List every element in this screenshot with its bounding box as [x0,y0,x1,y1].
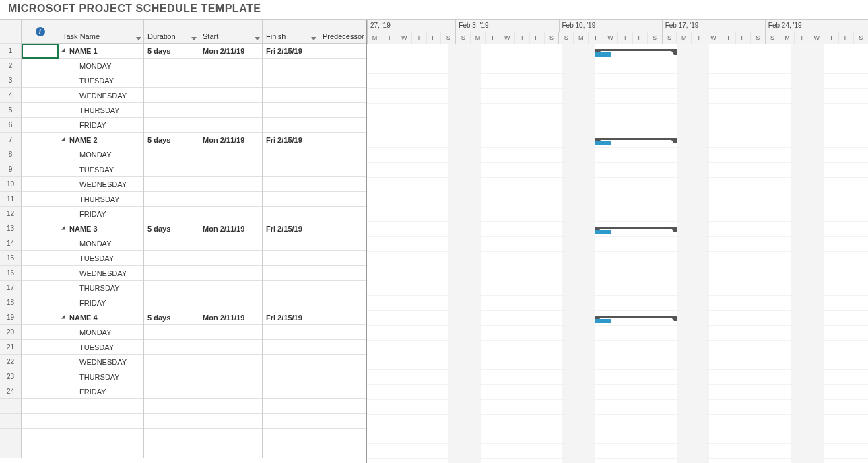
predecessor-cell[interactable] [319,192,366,207]
predecessor-cell[interactable] [319,429,366,443]
gantt-row[interactable] [367,252,868,266]
indicator-cell[interactable] [22,59,59,73]
row-number[interactable]: 2 [0,59,21,73]
column-header-duration[interactable]: Duration [144,20,199,44]
indicator-cell[interactable] [22,429,59,443]
finish-cell[interactable] [263,88,319,103]
finish-cell[interactable] [263,177,319,192]
row-number[interactable] [0,399,21,414]
predecessor-cell[interactable] [319,236,366,251]
start-cell[interactable] [199,251,262,266]
start-cell[interactable] [199,103,262,118]
finish-cell[interactable] [263,340,319,355]
duration-cell[interactable]: 5 days [144,44,199,59]
gantt-row[interactable] [367,415,868,429]
gantt-row[interactable] [367,311,868,326]
collapse-icon[interactable] [61,315,67,320]
predecessor-cell[interactable] [319,355,366,369]
finish-cell[interactable] [263,236,319,251]
indicator-cell[interactable] [22,295,59,310]
row-number[interactable]: 1 [0,44,21,59]
gantt-chart-body[interactable] [367,44,868,463]
gantt-row[interactable] [367,104,868,118]
start-cell[interactable] [199,236,262,251]
start-cell[interactable] [199,162,262,177]
gantt-row[interactable] [367,341,868,355]
duration-cell[interactable] [144,340,199,355]
task-cell[interactable] [59,443,143,458]
duration-cell[interactable] [144,355,199,369]
task-cell[interactable]: FRIDAY [59,207,143,221]
task-cell[interactable] [59,399,143,414]
row-number[interactable]: 22 [0,355,21,369]
predecessor-cell[interactable] [319,177,366,192]
duration-cell[interactable] [144,59,199,73]
indicator-cell[interactable] [22,162,59,177]
duration-cell[interactable] [144,103,199,118]
finish-cell[interactable] [263,429,319,443]
chevron-down-icon[interactable] [311,37,316,40]
chevron-down-icon[interactable] [191,37,197,40]
row-number[interactable]: 16 [0,266,21,281]
finish-cell[interactable] [263,369,319,384]
finish-cell[interactable] [263,399,319,414]
gantt-row[interactable] [367,429,868,444]
predecessor-cell[interactable] [319,266,366,281]
gantt-row[interactable] [367,296,868,311]
predecessor-cell[interactable] [319,88,366,103]
row-number[interactable]: 17 [0,281,21,295]
finish-cell[interactable]: Fri 2/15/19 [263,310,319,325]
duration-cell[interactable] [144,399,199,414]
indicator-cell[interactable] [22,207,59,221]
predecessor-cell[interactable] [319,221,366,236]
row-number[interactable]: 3 [0,73,21,88]
indicator-cell[interactable] [22,443,59,458]
duration-cell[interactable]: 5 days [144,221,199,236]
column-header-task[interactable]: Task Name [59,20,143,44]
finish-cell[interactable] [263,384,319,399]
gantt-row[interactable] [367,222,868,237]
start-cell[interactable] [199,177,262,192]
chevron-down-icon[interactable] [136,37,141,40]
duration-cell[interactable] [144,295,199,310]
gantt-row[interactable] [367,400,868,415]
progress-bar[interactable] [595,230,611,234]
finish-cell[interactable] [263,162,319,177]
predecessor-cell[interactable] [319,384,366,399]
predecessor-cell[interactable] [319,162,366,177]
gantt-row[interactable] [367,89,868,104]
gantt-row[interactable] [367,326,868,341]
predecessor-cell[interactable] [319,340,366,355]
start-cell[interactable]: Mon 2/11/19 [199,310,262,325]
gantt-row[interactable] [367,355,868,370]
row-number[interactable]: 11 [0,192,21,207]
predecessor-cell[interactable] [319,295,366,310]
indicator-cell[interactable] [22,369,59,384]
task-cell[interactable]: NAME 3 [59,221,143,236]
start-cell[interactable] [199,73,262,88]
row-number[interactable]: 6 [0,118,21,133]
start-cell[interactable] [199,266,262,281]
finish-cell[interactable] [263,295,319,310]
row-number[interactable]: 9 [0,162,21,177]
row-number[interactable]: 7 [0,133,21,147]
start-cell[interactable] [199,88,262,103]
predecessor-cell[interactable] [319,281,366,295]
duration-cell[interactable] [144,266,199,281]
start-cell[interactable] [199,118,262,133]
indicator-cell[interactable] [22,399,59,414]
duration-cell[interactable] [144,236,199,251]
finish-cell[interactable] [263,207,319,221]
gantt-row[interactable] [367,148,868,163]
gantt-row[interactable] [367,207,868,222]
row-number[interactable]: 10 [0,177,21,192]
duration-cell[interactable] [144,443,199,458]
row-number[interactable]: 4 [0,88,21,103]
gantt-row[interactable] [367,192,868,207]
row-number[interactable] [0,429,21,443]
task-cell[interactable]: MONDAY [59,236,143,251]
task-cell[interactable]: FRIDAY [59,295,143,310]
duration-cell[interactable] [144,147,199,162]
column-header-start[interactable]: Start [199,20,262,44]
task-cell[interactable]: TUESDAY [59,162,143,177]
